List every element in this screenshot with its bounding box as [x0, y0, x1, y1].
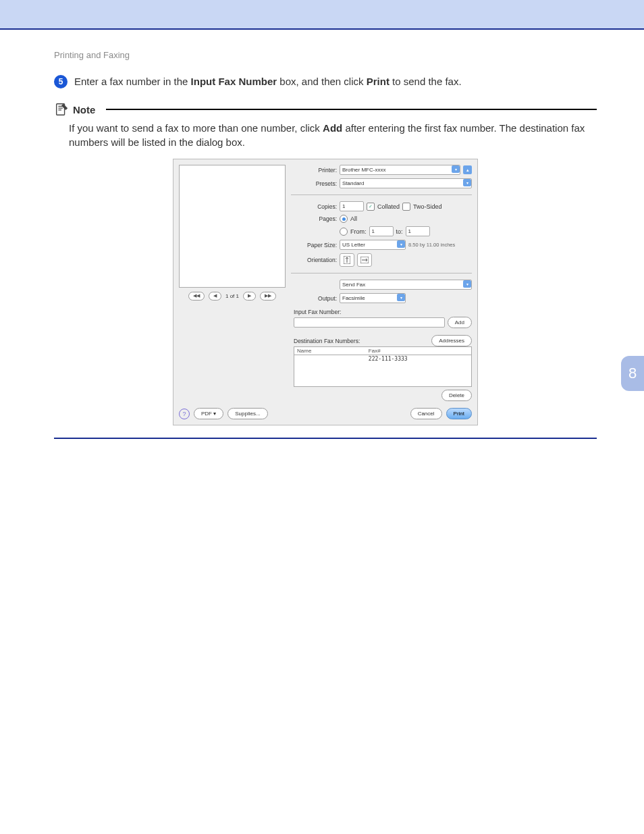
addresses-button[interactable]: Addresses [431, 335, 472, 346]
nav-next-button[interactable]: ▶ [243, 292, 256, 301]
top-accent-bar [0, 0, 644, 30]
step-row: 5 Enter a fax number in the Input Fax Nu… [54, 75, 597, 88]
copies-input[interactable]: 1 [340, 201, 364, 211]
dest-fax-label: Destination Fax Numbers: [294, 338, 360, 344]
papersize-dim: 8.50 by 11.00 inches [408, 242, 455, 248]
from-input[interactable]: 1 [369, 226, 394, 236]
col-fax: Fax# [369, 348, 468, 354]
add-button[interactable]: Add [448, 317, 472, 328]
printer-select[interactable]: Brother MFC-xxxx▾ [340, 165, 460, 175]
table-row: 222-111-3333 [294, 355, 471, 363]
two-sided-label: Two-Sided [413, 203, 442, 210]
presets-label: Presets: [291, 180, 337, 187]
nav-last-button[interactable]: ▶▶ [260, 292, 276, 301]
help-icon[interactable]: ? [179, 409, 190, 419]
orientation-landscape-button[interactable] [357, 253, 372, 267]
note-rule [106, 109, 597, 110]
note-icon [54, 102, 69, 117]
pages-all-radio[interactable] [340, 215, 348, 223]
print-button[interactable]: Print [446, 408, 472, 419]
nav-prev-button[interactable]: ◀ [209, 292, 221, 301]
input-fax-input[interactable] [294, 317, 445, 328]
papersize-label: Paper Size: [291, 242, 337, 249]
pages-all-label: All [350, 215, 357, 222]
pdf-button[interactable]: PDF ▾ [194, 408, 223, 419]
print-dialog: ◀◀ ◀ 1 of 1 ▶ ▶▶ Printer: Brother MFC-xx… [173, 159, 478, 425]
dest-fax-table[interactable]: Name Fax# 222-111-3333 [294, 346, 472, 387]
collated-label: Collated [377, 203, 400, 210]
chapter-tab: 8 [621, 356, 644, 391]
preview-nav: ◀◀ ◀ 1 of 1 ▶ ▶▶ [179, 292, 286, 301]
nav-first-button[interactable]: ◀◀ [188, 292, 205, 301]
cancel-button[interactable]: Cancel [410, 408, 442, 419]
papersize-select[interactable]: US Letter▾ [340, 240, 406, 250]
step-number-badge: 5 [54, 75, 68, 88]
orientation-portrait-button[interactable] [340, 253, 354, 267]
col-name: Name [297, 348, 369, 354]
section-select[interactable]: Send Fax▾ [340, 280, 472, 290]
input-fax-label: Input Fax Number: [294, 309, 472, 315]
pages-from-label: From: [350, 228, 367, 235]
to-label: to: [396, 228, 403, 235]
printer-info-button[interactable]: ▴ [463, 165, 472, 174]
note-label: Note [73, 104, 95, 115]
supplies-button[interactable]: Supplies... [227, 408, 267, 419]
step-text: Enter a fax number in the Input Fax Numb… [74, 75, 462, 87]
collated-checkbox[interactable]: ✓ [367, 203, 375, 211]
chapter-number: 8 [628, 365, 637, 382]
printer-label: Printer: [291, 167, 337, 174]
presets-select[interactable]: Standard▾ [340, 178, 472, 188]
output-label: Output: [291, 295, 337, 302]
bottom-blue-line [54, 438, 597, 439]
pages-from-radio[interactable] [340, 228, 348, 236]
orientation-label: Orientation: [291, 257, 337, 263]
note-block: Note If you want to send a fax to more t… [54, 102, 597, 149]
pages-label: Pages: [291, 215, 337, 222]
preview-pane [179, 165, 286, 288]
output-select[interactable]: Facsimile▾ [340, 293, 406, 303]
section-title: Printing and Faxing [54, 50, 597, 60]
delete-button[interactable]: Delete [441, 390, 472, 401]
copies-label: Copies: [291, 203, 337, 210]
sample-fax: 222-111-3333 [369, 356, 468, 362]
to-input[interactable]: 1 [406, 226, 430, 236]
nav-page-indicator: 1 of 1 [225, 293, 239, 299]
two-sided-checkbox[interactable] [402, 203, 410, 211]
note-body: If you want to send a fax to more than o… [69, 121, 597, 149]
